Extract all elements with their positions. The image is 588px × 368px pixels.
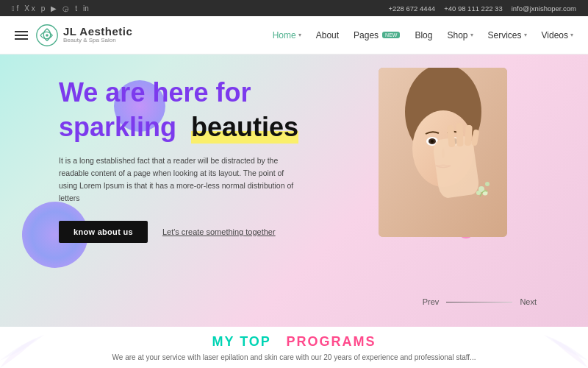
chevron-down-icon: ▾ <box>570 32 573 38</box>
nav-line <box>446 302 512 302</box>
bottom-title: MY TOP PROGRAMS <box>212 334 376 350</box>
svg-point-17 <box>485 182 490 186</box>
chevron-down-icon: ▾ <box>524 32 527 38</box>
svg-rect-13 <box>456 123 464 146</box>
main-nav: Home ▾ About Pages NEW Blog Shop ▾ Servi… <box>273 30 573 40</box>
left-floral-icon <box>0 331 59 368</box>
my-top-label: MY TOP <box>212 334 270 349</box>
svg-point-1 <box>46 34 49 37</box>
right-floral-icon <box>529 331 588 368</box>
nav-videos[interactable]: Videos ▾ <box>542 30 573 40</box>
hero-image-placeholder <box>379 68 507 237</box>
programs-label: PROGRAMS <box>287 334 376 349</box>
tumblr-icon[interactable]: t <box>75 4 77 13</box>
hero-buttons: know about us Let's create something tog… <box>59 221 338 243</box>
hero-title-beauties: beauties <box>191 112 298 144</box>
facebook-icon[interactable]:  f <box>12 4 18 13</box>
hero-description: It is a long established fact that a rea… <box>59 155 294 204</box>
header-left: JL Aesthetic Beauty & Spa Salon <box>15 24 132 47</box>
hero-title-sparkling: sparkling <box>59 112 176 142</box>
header: JL Aesthetic Beauty & Spa Salon Home ▾ A… <box>0 16 588 54</box>
linkedin-icon[interactable]: in <box>83 4 89 13</box>
next-button[interactable]: Next <box>520 297 537 306</box>
nav-services[interactable]: Services ▾ <box>488 30 527 40</box>
brand-name: JL Aesthetic <box>63 26 132 38</box>
deco-left <box>0 331 59 368</box>
logo-text: JL Aesthetic Beauty & Spa Salon <box>63 26 132 44</box>
pinterest-icon[interactable]: p <box>41 4 46 13</box>
hero-image <box>379 68 507 237</box>
hero-face-illustration <box>379 68 507 237</box>
phone1: +228 672 4444 <box>388 4 435 13</box>
nav-home[interactable]: Home ▾ <box>273 30 301 40</box>
nav-about[interactable]: About <box>316 30 339 40</box>
social-icons:  f X x p ▶ ◶ t in <box>12 4 89 13</box>
hero-title-line1: We are here for <box>59 77 338 108</box>
brand-tagline: Beauty & Spa Salon <box>63 38 132 44</box>
logo: JL Aesthetic Beauty & Spa Salon <box>35 24 132 47</box>
contact-info: +228 672 4444 +40 98 111 222 33 info@jxn… <box>388 4 576 13</box>
instagram-icon[interactable]: ◶ <box>62 4 69 13</box>
youtube-icon[interactable]: ▶ <box>51 4 57 13</box>
hamburger-menu[interactable] <box>15 31 28 40</box>
nav-pages[interactable]: Pages NEW <box>354 30 400 40</box>
svg-point-19 <box>476 191 481 195</box>
hero-title-line2: sparkling beauties <box>59 111 338 143</box>
hero-navigation: Prev Next <box>423 297 537 306</box>
bottom-description: We are at your service with laser epilat… <box>112 353 476 361</box>
hero-section: We are here for sparkling beauties It is… <box>0 54 588 327</box>
chevron-down-icon: ▾ <box>298 32 301 38</box>
know-about-us-button[interactable]: know about us <box>59 221 148 243</box>
hero-content: We are here for sparkling beauties It is… <box>59 77 338 243</box>
svg-point-7 <box>431 140 434 143</box>
create-together-link[interactable]: Let's create something together <box>162 227 276 236</box>
deco-right <box>529 331 588 368</box>
phone2: +40 98 111 222 33 <box>444 4 503 13</box>
new-badge: NEW <box>382 32 400 38</box>
top-bar:  f X x p ▶ ◶ t in +228 672 4444 +40 98 … <box>0 0 588 16</box>
nav-shop[interactable]: Shop ▾ <box>447 30 473 40</box>
email: info@jxnishoper.com <box>512 4 576 13</box>
twitter-icon[interactable]: X x <box>24 4 35 13</box>
prev-button[interactable]: Prev <box>423 297 440 306</box>
chevron-down-icon: ▾ <box>470 32 473 38</box>
logo-icon <box>35 24 59 47</box>
nav-blog[interactable]: Blog <box>415 30 432 40</box>
bottom-section: MY TOP PROGRAMS We are at your service w… <box>0 327 588 368</box>
